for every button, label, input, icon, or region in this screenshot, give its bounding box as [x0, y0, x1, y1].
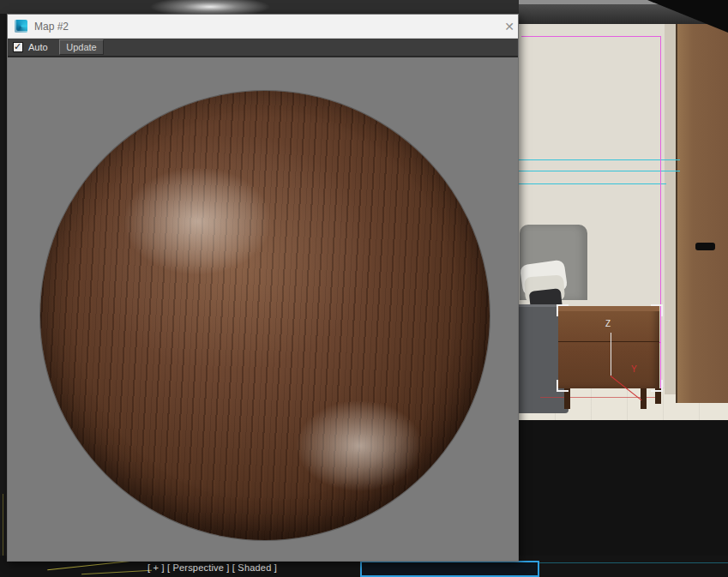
- auto-checkbox[interactable]: ✓: [13, 42, 23, 52]
- wood-material-sphere-preview: [40, 91, 490, 540]
- selection-bracket: [651, 304, 663, 316]
- dialog-toolbar: ✓ Auto Update: [8, 39, 518, 57]
- auto-checkbox-label: Auto: [28, 42, 48, 52]
- map-preview-window: Map #2 ✕ ✓ Auto Update: [7, 14, 519, 562]
- scene-door-frame: [665, 24, 677, 394]
- nightstand-leg: [641, 388, 647, 409]
- window-edge-line: [538, 562, 728, 563]
- scene-door[interactable]: [676, 24, 728, 403]
- 3ds-max-icon: [15, 20, 27, 33]
- close-icon[interactable]: ✕: [502, 19, 517, 34]
- window-title: Map #2: [34, 21, 69, 33]
- gizmo-z-label: Z: [605, 319, 611, 328]
- selection-bracket: [557, 380, 569, 392]
- update-button[interactable]: Update: [59, 39, 104, 55]
- selection-line-cyan: [519, 183, 666, 184]
- window-titlebar[interactable]: Map #2 ✕: [8, 15, 518, 39]
- nightstand-drawer-line: [558, 341, 659, 342]
- viewport-grid-line: [81, 570, 152, 574]
- selection-line-cyan: [519, 171, 680, 171]
- selection-line-magenta: [660, 36, 661, 401]
- screen: Z Y [ + ] [ Perspective ] [ Shaded ] Map…: [0, 0, 728, 577]
- selection-line-magenta: [521, 36, 661, 37]
- gizmo-z-axis[interactable]: [611, 333, 611, 376]
- viewport-bottom-dark-area: [519, 420, 728, 577]
- selection-bracket: [557, 304, 569, 316]
- 3d-viewport[interactable]: Z Y: [519, 0, 728, 577]
- checkmark-icon: ✓: [14, 41, 21, 51]
- selection-line-cyan: [519, 159, 680, 160]
- gizmo-y-label: Y: [631, 364, 637, 374]
- left-edge-strip: [0, 14, 7, 577]
- scene-door-handle: [695, 243, 715, 250]
- viewport-label[interactable]: [ + ] [ Perspective ] [ Shaded ]: [147, 562, 277, 573]
- focused-panel-outline[interactable]: [360, 561, 539, 577]
- top-toolbar-strip: [0, 0, 519, 14]
- selection-bracket: [651, 380, 663, 392]
- material-preview-area: [8, 57, 518, 561]
